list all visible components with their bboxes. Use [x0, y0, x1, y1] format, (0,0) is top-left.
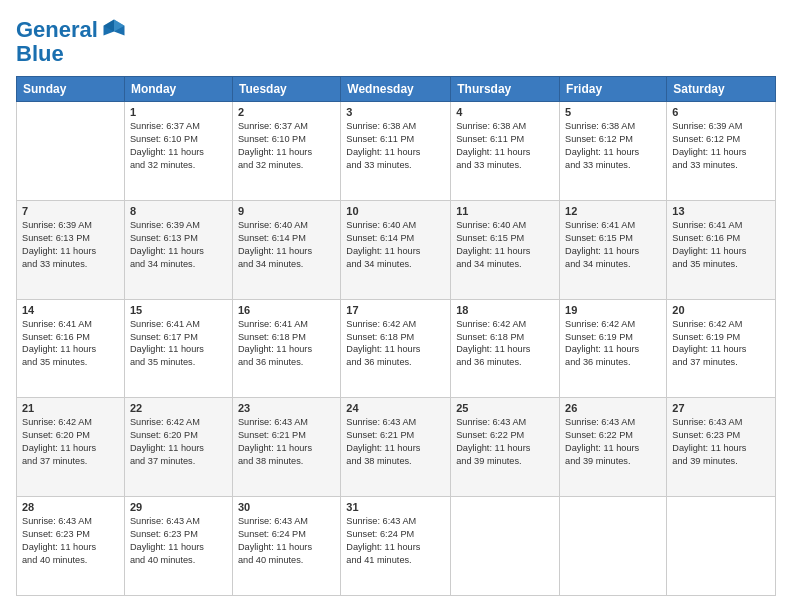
day-info: Sunrise: 6:43 AMSunset: 6:23 PMDaylight:… [672, 416, 770, 468]
header: General Blue [16, 16, 776, 66]
week-row-3: 21Sunrise: 6:42 AMSunset: 6:20 PMDayligh… [17, 398, 776, 497]
calendar-cell: 29Sunrise: 6:43 AMSunset: 6:23 PMDayligh… [124, 497, 232, 596]
day-number: 5 [565, 106, 661, 118]
day-info: Sunrise: 6:41 AMSunset: 6:15 PMDaylight:… [565, 219, 661, 271]
calendar-table: SundayMondayTuesdayWednesdayThursdayFrid… [16, 76, 776, 596]
day-number: 21 [22, 402, 119, 414]
calendar-cell: 11Sunrise: 6:40 AMSunset: 6:15 PMDayligh… [451, 200, 560, 299]
calendar-cell [667, 497, 776, 596]
header-cell-tuesday: Tuesday [232, 77, 340, 102]
day-number: 17 [346, 304, 445, 316]
day-number: 15 [130, 304, 227, 316]
day-info: Sunrise: 6:42 AMSunset: 6:20 PMDaylight:… [130, 416, 227, 468]
day-number: 22 [130, 402, 227, 414]
week-row-0: 1Sunrise: 6:37 AMSunset: 6:10 PMDaylight… [17, 102, 776, 201]
calendar-cell: 26Sunrise: 6:43 AMSunset: 6:22 PMDayligh… [560, 398, 667, 497]
calendar-body: 1Sunrise: 6:37 AMSunset: 6:10 PMDaylight… [17, 102, 776, 596]
day-number: 1 [130, 106, 227, 118]
calendar-cell: 31Sunrise: 6:43 AMSunset: 6:24 PMDayligh… [341, 497, 451, 596]
day-info: Sunrise: 6:42 AMSunset: 6:19 PMDaylight:… [672, 318, 770, 370]
day-number: 7 [22, 205, 119, 217]
day-info: Sunrise: 6:43 AMSunset: 6:23 PMDaylight:… [22, 515, 119, 567]
day-number: 8 [130, 205, 227, 217]
day-info: Sunrise: 6:39 AMSunset: 6:13 PMDaylight:… [130, 219, 227, 271]
calendar-cell: 5Sunrise: 6:38 AMSunset: 6:12 PMDaylight… [560, 102, 667, 201]
calendar-cell: 28Sunrise: 6:43 AMSunset: 6:23 PMDayligh… [17, 497, 125, 596]
header-cell-thursday: Thursday [451, 77, 560, 102]
calendar-cell: 30Sunrise: 6:43 AMSunset: 6:24 PMDayligh… [232, 497, 340, 596]
calendar-cell: 14Sunrise: 6:41 AMSunset: 6:16 PMDayligh… [17, 299, 125, 398]
day-number: 10 [346, 205, 445, 217]
day-number: 20 [672, 304, 770, 316]
day-number: 30 [238, 501, 335, 513]
day-number: 16 [238, 304, 335, 316]
day-info: Sunrise: 6:42 AMSunset: 6:19 PMDaylight:… [565, 318, 661, 370]
day-number: 25 [456, 402, 554, 414]
calendar-cell: 21Sunrise: 6:42 AMSunset: 6:20 PMDayligh… [17, 398, 125, 497]
logo-general: General [16, 18, 98, 42]
day-info: Sunrise: 6:38 AMSunset: 6:11 PMDaylight:… [346, 120, 445, 172]
logo-blue: Blue [16, 42, 64, 66]
calendar-cell: 15Sunrise: 6:41 AMSunset: 6:17 PMDayligh… [124, 299, 232, 398]
week-row-4: 28Sunrise: 6:43 AMSunset: 6:23 PMDayligh… [17, 497, 776, 596]
calendar-cell: 18Sunrise: 6:42 AMSunset: 6:18 PMDayligh… [451, 299, 560, 398]
calendar-cell: 3Sunrise: 6:38 AMSunset: 6:11 PMDaylight… [341, 102, 451, 201]
day-info: Sunrise: 6:39 AMSunset: 6:12 PMDaylight:… [672, 120, 770, 172]
day-info: Sunrise: 6:43 AMSunset: 6:22 PMDaylight:… [565, 416, 661, 468]
calendar-cell: 23Sunrise: 6:43 AMSunset: 6:21 PMDayligh… [232, 398, 340, 497]
day-number: 11 [456, 205, 554, 217]
day-info: Sunrise: 6:40 AMSunset: 6:14 PMDaylight:… [346, 219, 445, 271]
day-info: Sunrise: 6:41 AMSunset: 6:17 PMDaylight:… [130, 318, 227, 370]
calendar-header: SundayMondayTuesdayWednesdayThursdayFrid… [17, 77, 776, 102]
calendar-cell: 13Sunrise: 6:41 AMSunset: 6:16 PMDayligh… [667, 200, 776, 299]
calendar-cell: 22Sunrise: 6:42 AMSunset: 6:20 PMDayligh… [124, 398, 232, 497]
day-number: 29 [130, 501, 227, 513]
day-number: 24 [346, 402, 445, 414]
day-info: Sunrise: 6:37 AMSunset: 6:10 PMDaylight:… [130, 120, 227, 172]
day-info: Sunrise: 6:43 AMSunset: 6:22 PMDaylight:… [456, 416, 554, 468]
header-cell-sunday: Sunday [17, 77, 125, 102]
calendar-cell [451, 497, 560, 596]
day-info: Sunrise: 6:42 AMSunset: 6:18 PMDaylight:… [346, 318, 445, 370]
calendar-cell: 27Sunrise: 6:43 AMSunset: 6:23 PMDayligh… [667, 398, 776, 497]
day-number: 12 [565, 205, 661, 217]
calendar-cell: 10Sunrise: 6:40 AMSunset: 6:14 PMDayligh… [341, 200, 451, 299]
day-number: 31 [346, 501, 445, 513]
day-info: Sunrise: 6:42 AMSunset: 6:18 PMDaylight:… [456, 318, 554, 370]
day-number: 19 [565, 304, 661, 316]
calendar-cell: 16Sunrise: 6:41 AMSunset: 6:18 PMDayligh… [232, 299, 340, 398]
day-info: Sunrise: 6:43 AMSunset: 6:24 PMDaylight:… [238, 515, 335, 567]
day-info: Sunrise: 6:39 AMSunset: 6:13 PMDaylight:… [22, 219, 119, 271]
day-number: 18 [456, 304, 554, 316]
day-number: 4 [456, 106, 554, 118]
day-number: 9 [238, 205, 335, 217]
calendar-cell [560, 497, 667, 596]
header-cell-monday: Monday [124, 77, 232, 102]
day-info: Sunrise: 6:43 AMSunset: 6:21 PMDaylight:… [346, 416, 445, 468]
logo-icon [100, 16, 128, 44]
day-number: 27 [672, 402, 770, 414]
calendar-cell: 6Sunrise: 6:39 AMSunset: 6:12 PMDaylight… [667, 102, 776, 201]
day-info: Sunrise: 6:40 AMSunset: 6:14 PMDaylight:… [238, 219, 335, 271]
calendar-cell: 4Sunrise: 6:38 AMSunset: 6:11 PMDaylight… [451, 102, 560, 201]
calendar-cell: 17Sunrise: 6:42 AMSunset: 6:18 PMDayligh… [341, 299, 451, 398]
calendar-cell: 25Sunrise: 6:43 AMSunset: 6:22 PMDayligh… [451, 398, 560, 497]
day-info: Sunrise: 6:38 AMSunset: 6:12 PMDaylight:… [565, 120, 661, 172]
header-cell-saturday: Saturday [667, 77, 776, 102]
day-info: Sunrise: 6:37 AMSunset: 6:10 PMDaylight:… [238, 120, 335, 172]
day-info: Sunrise: 6:43 AMSunset: 6:21 PMDaylight:… [238, 416, 335, 468]
day-info: Sunrise: 6:42 AMSunset: 6:20 PMDaylight:… [22, 416, 119, 468]
calendar-cell: 7Sunrise: 6:39 AMSunset: 6:13 PMDaylight… [17, 200, 125, 299]
day-info: Sunrise: 6:38 AMSunset: 6:11 PMDaylight:… [456, 120, 554, 172]
day-number: 13 [672, 205, 770, 217]
day-info: Sunrise: 6:41 AMSunset: 6:16 PMDaylight:… [672, 219, 770, 271]
day-info: Sunrise: 6:43 AMSunset: 6:24 PMDaylight:… [346, 515, 445, 567]
day-info: Sunrise: 6:41 AMSunset: 6:16 PMDaylight:… [22, 318, 119, 370]
calendar-cell: 1Sunrise: 6:37 AMSunset: 6:10 PMDaylight… [124, 102, 232, 201]
logo: General Blue [16, 16, 128, 66]
day-number: 28 [22, 501, 119, 513]
calendar-cell: 9Sunrise: 6:40 AMSunset: 6:14 PMDaylight… [232, 200, 340, 299]
week-row-2: 14Sunrise: 6:41 AMSunset: 6:16 PMDayligh… [17, 299, 776, 398]
week-row-1: 7Sunrise: 6:39 AMSunset: 6:13 PMDaylight… [17, 200, 776, 299]
calendar-cell: 24Sunrise: 6:43 AMSunset: 6:21 PMDayligh… [341, 398, 451, 497]
